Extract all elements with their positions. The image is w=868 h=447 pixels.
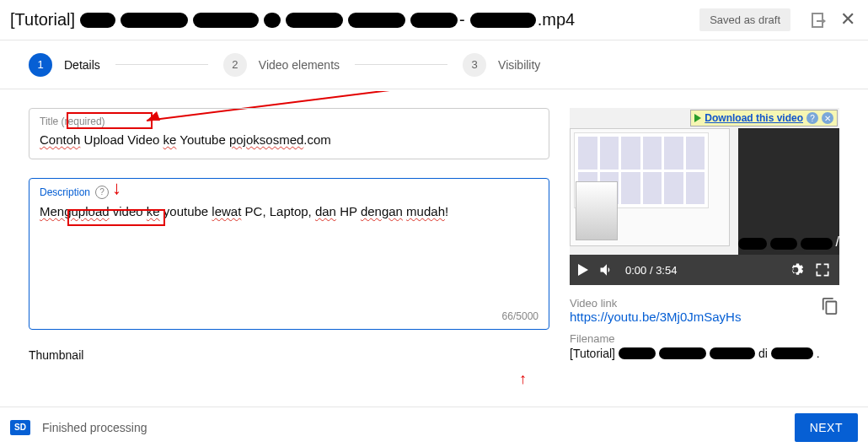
- annotation-arrow-down: ↓: [112, 177, 121, 199]
- video-preview-panel: Download this video ? ✕ / 0:00 / 3:54: [570, 108, 839, 285]
- redacted: [121, 13, 188, 28]
- redacted: [348, 13, 405, 28]
- redacted: [738, 238, 767, 250]
- left-column: Title (required) Contoh Upload Video ke …: [29, 108, 549, 407]
- description-input[interactable]: Mengupload video ke youtube lewat PC, La…: [40, 202, 538, 222]
- step-divider: [115, 64, 208, 65]
- help-icon[interactable]: ?: [806, 112, 818, 124]
- redacted: [710, 347, 755, 359]
- video-time: 0:00 / 3:54: [625, 264, 677, 277]
- fullscreen-icon[interactable]: [814, 261, 831, 278]
- copy-icon[interactable]: [821, 297, 839, 315]
- saved-as-draft-badge: Saved as draft: [699, 8, 790, 31]
- main-content: Title (required) Contoh Upload Video ke …: [0, 91, 868, 407]
- filename-label: Filename: [570, 332, 839, 345]
- video-filename-title: [Tutorial] - .mp4: [10, 10, 699, 30]
- close-icon[interactable]: ✕: [822, 112, 833, 124]
- dialog-header: [Tutorial] - .mp4 Saved as draft ✕: [0, 0, 868, 40]
- help-icon[interactable]: ?: [95, 186, 109, 199]
- annotation-arrow-up: ↑: [519, 370, 527, 388]
- redacted: [193, 13, 259, 28]
- download-link[interactable]: Download this video: [705, 112, 803, 124]
- step-label: Visibility: [498, 58, 540, 72]
- processing-status: Finished processing: [42, 421, 147, 434]
- sd-badge: SD: [10, 420, 30, 435]
- video-controls: 0:00 / 3:54: [570, 255, 839, 285]
- step-num: 1: [29, 53, 52, 77]
- title-label: Title (required): [40, 116, 538, 127]
- video-link-label: Video link: [570, 297, 741, 310]
- stepper: 1 Details 2 Video elements 3 Visibility: [0, 40, 868, 89]
- redacted: [801, 238, 832, 250]
- volume-icon[interactable]: [598, 261, 615, 278]
- redacted: [770, 238, 797, 250]
- title-suffix: .mp4: [538, 10, 575, 30]
- settings-icon[interactable]: [787, 261, 804, 278]
- redacted: [771, 347, 813, 359]
- dialog-footer: SD Finished processing NEXT: [0, 407, 868, 447]
- step-details[interactable]: 1 Details: [29, 53, 100, 77]
- play-button[interactable]: [578, 264, 588, 276]
- redacted: [410, 13, 458, 28]
- step-divider: [355, 64, 447, 65]
- video-link[interactable]: https://youtu.be/3Mj0JmSayHs: [570, 310, 741, 324]
- download-video-bar[interactable]: Download this video ? ✕: [690, 110, 838, 127]
- right-column: Download this video ? ✕ / 0:00 / 3:54: [570, 108, 839, 407]
- step-num: 3: [463, 53, 486, 77]
- redacted: [286, 13, 343, 28]
- redacted: [659, 347, 706, 359]
- step-video-elements[interactable]: 2 Video elements: [223, 53, 340, 77]
- redacted: [264, 13, 281, 28]
- char-count: 66/5000: [502, 310, 538, 322]
- redacted: [80, 13, 115, 28]
- redacted: [470, 13, 536, 28]
- feedback-icon[interactable]: [809, 10, 829, 30]
- thumbnail-heading: Thumbnail: [29, 348, 549, 362]
- play-triangle-icon: [694, 114, 701, 122]
- title-prefix: [Tutorial]: [10, 10, 75, 30]
- next-button[interactable]: NEXT: [795, 413, 858, 442]
- step-label: Video elements: [259, 58, 340, 72]
- filename-value: [Tutorial] di .: [570, 347, 839, 360]
- step-visibility[interactable]: 3 Visibility: [463, 53, 540, 77]
- title-field[interactable]: Title (required) Contoh Upload Video ke …: [29, 108, 549, 159]
- close-icon[interactable]: ✕: [838, 10, 858, 30]
- video-metadata: Video link https://youtu.be/3Mj0JmSayHs …: [570, 297, 839, 360]
- step-label: Details: [64, 58, 100, 72]
- video-thumbnail: [570, 128, 730, 246]
- redacted: [619, 347, 656, 359]
- description-field[interactable]: Description ? Mengupload video ke youtub…: [29, 178, 549, 330]
- step-num: 2: [223, 53, 247, 77]
- title-input[interactable]: Contoh Upload Video ke Youtube pojoksosm…: [40, 131, 538, 150]
